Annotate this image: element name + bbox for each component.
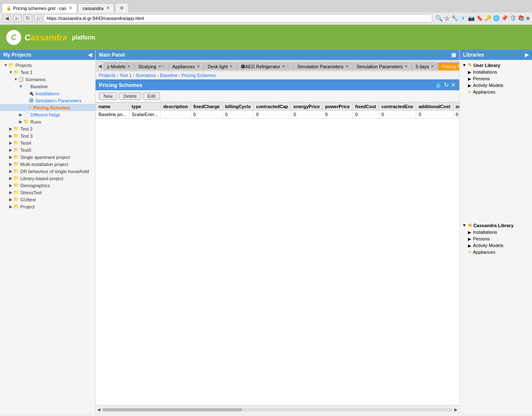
- tab-cassandra[interactable]: cassandra ✕: [78, 3, 114, 12]
- sidebar-item-test5[interactable]: ▶ 📁 Test5: [0, 146, 95, 154]
- tab-close-5days[interactable]: ✕: [431, 64, 434, 69]
- forward-button[interactable]: ▶: [13, 14, 22, 22]
- panel-toggle[interactable]: ▣: [451, 52, 456, 58]
- toggle-test5[interactable]: ▶: [8, 148, 13, 152]
- sidebar-item-multi-install[interactable]: ▶ 📁 Multi-installation project: [0, 161, 95, 168]
- sidebar-item-sim-params[interactable]: ⚙️ Simulation Parameters: [0, 97, 95, 104]
- horizontal-scrollbar[interactable]: ◀ ▶: [96, 405, 459, 414]
- toggle-runs[interactable]: ▶: [18, 119, 23, 124]
- new-button[interactable]: New: [99, 92, 117, 100]
- sidebar-item-guitest[interactable]: ▶ 📁 GUItest: [0, 196, 95, 203]
- scroll-left-btn[interactable]: ◀: [97, 407, 101, 412]
- toggle-projects[interactable]: ▼: [3, 63, 8, 67]
- sidebar-item-test3[interactable]: ▶ 📁 Test 3: [0, 132, 95, 139]
- search-icon[interactable]: 🔍: [436, 15, 443, 22]
- tab-5days[interactable]: 5 days ✕: [412, 62, 438, 70]
- home-button[interactable]: ⌂: [34, 14, 42, 22]
- back-button[interactable]: ◀: [2, 14, 11, 22]
- delete-button[interactable]: Delete: [119, 92, 141, 100]
- reload-button[interactable]: ↻: [23, 14, 32, 22]
- sidebar-item-installations[interactable]: 🔌 Installations: [0, 90, 95, 97]
- toggle-test4[interactable]: ▶: [8, 141, 13, 145]
- breadcrumb-test1[interactable]: Test 1: [119, 73, 131, 78]
- extension-icon-7[interactable]: 📌: [501, 15, 508, 22]
- sidebar-item-dr-behaviour[interactable]: ▶ 📁 DR behaviour of single household: [0, 168, 95, 175]
- user-lib-item-persons[interactable]: ▶ Persons: [460, 75, 532, 82]
- extension-icon-1[interactable]: 🔧: [451, 15, 458, 22]
- tab-studying[interactable]: Studying ✕ ✎: [135, 62, 168, 70]
- table-row[interactable]: Baseline pri... ScalarEner... 0 0 0 0 0 …: [96, 111, 460, 119]
- tab-pricing-schemes[interactable]: 🔒 Pricing schemes grid · cas ✕: [2, 3, 77, 12]
- extension-icon-4[interactable]: 🔖: [476, 15, 483, 22]
- tab-new[interactable]: ⊕: [115, 3, 128, 12]
- sidebar-item-stress-test[interactable]: ▶ 📁 StressTest: [0, 189, 95, 196]
- tab-close-activity-models[interactable]: ✕: [127, 64, 131, 69]
- pricing-close-btn[interactable]: ✕: [451, 82, 456, 88]
- tab-close-aeg[interactable]: ✕: [282, 64, 285, 69]
- toggle-dr-behaviour[interactable]: ▶: [8, 169, 13, 173]
- pricing-droplet-btn[interactable]: 💧: [435, 82, 442, 88]
- toggle-test3[interactable]: ▶: [8, 134, 13, 138]
- cass-lib-item-persons[interactable]: ▶ Persons: [460, 235, 532, 242]
- extension-icon-6[interactable]: 🌐: [493, 15, 500, 22]
- toggle-test2[interactable]: ▶: [8, 126, 13, 131]
- sidebar-item-scenarios[interactable]: ▼ 📋 Scenarios: [0, 76, 95, 83]
- tab-close-studying[interactable]: ✕: [158, 64, 161, 69]
- toggle-project[interactable]: ▶: [8, 204, 13, 209]
- sidebar-item-different-fridge[interactable]: ▶ 📄 Different fridge: [0, 111, 95, 118]
- breadcrumb-pricing-schemes[interactable]: Pricing Schemes: [182, 73, 216, 78]
- user-lib-item-installations[interactable]: ▶ Installations: [460, 69, 532, 75]
- user-lib-item-activity-models[interactable]: ▶ Activity Models: [460, 82, 532, 89]
- menu-icon[interactable]: ≡: [526, 15, 530, 22]
- sidebar-item-pricing-schemes[interactable]: ✎ Pricing Schemes: [0, 104, 95, 111]
- tab-close-1[interactable]: ✕: [69, 5, 72, 11]
- toggle-test1[interactable]: ▼: [8, 70, 13, 74]
- toggle-demographics[interactable]: ▶: [8, 183, 13, 188]
- tab-close-sim-params-2[interactable]: ✕: [404, 64, 408, 69]
- toggle-scenarios[interactable]: ▼: [13, 77, 18, 82]
- toggle-multi-install[interactable]: ▶: [8, 162, 13, 166]
- extension-icon-3[interactable]: 📷: [468, 15, 475, 22]
- sidebar-item-single-apt[interactable]: ▶ 📁 Single apartment project: [0, 154, 95, 161]
- sidebar-item-test4[interactable]: ▶ 📁 Test4: [0, 139, 95, 146]
- breadcrumb-baseline[interactable]: Baseline: [160, 73, 177, 78]
- scrollbar-thumb[interactable]: [102, 408, 242, 411]
- breadcrumb-projects[interactable]: Projects: [99, 73, 116, 78]
- toggle-single-apt[interactable]: ▶: [8, 155, 13, 159]
- scroll-right-btn[interactable]: ▶: [454, 407, 458, 412]
- sidebar-item-test1[interactable]: ▼ 📁 Test 1: [0, 69, 95, 76]
- tab-pricing-schemes-panel[interactable]: Pricing Schemes ✕: [438, 62, 459, 70]
- breadcrumb-scenarios[interactable]: Scenarios: [135, 73, 156, 78]
- tab-desk-light[interactable]: Desk light ✕: [204, 62, 236, 70]
- pricing-refresh-btn[interactable]: ↻: [444, 82, 449, 88]
- tab-nav-left[interactable]: ◀: [96, 62, 103, 70]
- cassandra-library-toggle[interactable]: ▼: [462, 223, 466, 228]
- extension-icon-5[interactable]: 🔑: [485, 15, 491, 22]
- user-lib-item-appliances[interactable]: ✎ Appliances: [460, 89, 532, 95]
- cassandra-library-header[interactable]: ▼ ⊕ Cassandra Library: [460, 222, 532, 229]
- toggle-diff-fridge[interactable]: ▶: [18, 112, 23, 117]
- sidebar-item-test2[interactable]: ▶ 📁 Test 2: [0, 125, 95, 132]
- tab-activity-models[interactable]: y Models ✕: [103, 62, 134, 70]
- sidebar-item-project[interactable]: ▶ 📁 Project: [0, 203, 95, 210]
- sidebar-item-demographics[interactable]: ▶ 📁 Demographics: [0, 182, 95, 189]
- cass-lib-item-appliances[interactable]: ✎ Appliances: [460, 249, 532, 255]
- sidebar-item-library-based[interactable]: ▶ 📁 Library-based project: [0, 175, 95, 182]
- scrollbar-track[interactable]: [102, 408, 453, 411]
- sidebar-item-baseline[interactable]: ▼ 📄 Baseline: [0, 83, 95, 90]
- tab-sim-params-1[interactable]: Simulation Parameters ✕: [293, 62, 352, 70]
- right-sidebar-toggle[interactable]: ▶: [525, 52, 529, 58]
- toggle-library-based[interactable]: ▶: [8, 176, 13, 181]
- toggle-baseline[interactable]: ▼: [18, 84, 23, 89]
- sidebar-toggle-icon[interactable]: ◀: [88, 52, 92, 58]
- extension-icon-9[interactable]: 📚: [518, 15, 525, 22]
- star-icon[interactable]: ☆: [444, 15, 450, 22]
- cass-lib-item-installations[interactable]: ▶ Installations: [460, 229, 532, 235]
- tab-close-2[interactable]: ✕: [106, 5, 110, 11]
- user-library-toggle[interactable]: ▼: [462, 63, 466, 67]
- toggle-guitest[interactable]: ▶: [8, 197, 13, 202]
- tab-close-sim-params-1[interactable]: ✕: [345, 64, 349, 69]
- tab-appliances[interactable]: Appliances ✕: [169, 62, 204, 70]
- tab-close-desk-light[interactable]: ✕: [229, 64, 233, 69]
- cass-lib-item-activity-models[interactable]: ▶ Activity Models: [460, 242, 532, 249]
